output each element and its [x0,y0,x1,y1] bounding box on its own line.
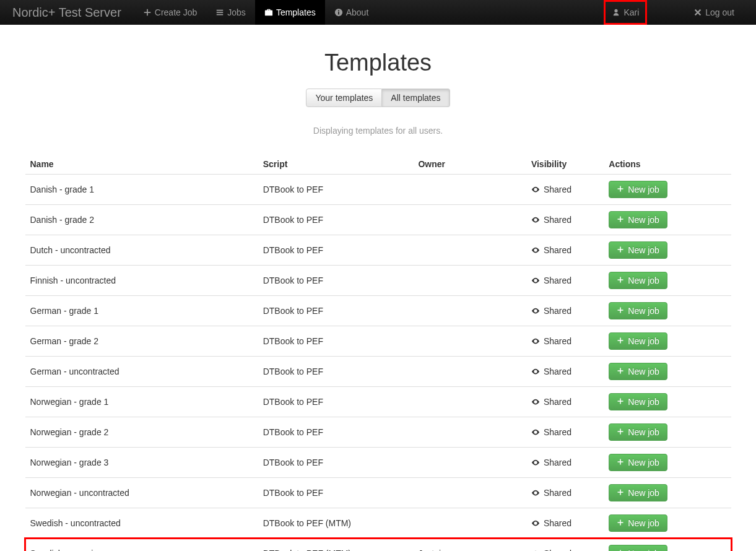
nav-create-job[interactable]: Create Job [134,0,206,25]
new-job-label: New job [628,306,659,316]
table-row: Dutch - uncontractedDTBook to PEFSharedN… [25,235,731,266]
new-job-button[interactable]: New job [609,272,667,289]
new-job-button[interactable]: New job [609,332,667,350]
cell-actions: New job [604,205,731,235]
new-job-label: New job [628,184,659,194]
cell-visibility: Shared [526,448,604,478]
new-job-button[interactable]: New job [609,393,667,410]
plus-icon [617,488,625,497]
cell-script: DTBook to PEF [258,357,414,387]
cell-visibility: Shared [526,387,604,417]
tab-your-templates[interactable]: Your templates [306,89,382,107]
new-job-label: New job [628,276,659,285]
table-row: German - grade 1DTBook to PEFSharedNew j… [25,296,731,326]
cell-visibility: Shared [526,508,604,539]
table-row: Norwegian - grade 2DTBook to PEFSharedNe… [25,417,731,448]
visibility-label: Shared [544,336,571,346]
new-job-label: New job [628,549,659,551]
table-row: Finnish - uncontractedDTBook to PEFShare… [25,266,731,296]
user-icon [612,8,620,17]
table-row: Swedish magazinesDTBook to PEF (MTM)Jost… [25,539,731,552]
cell-script: DTBook to PEF [258,417,414,448]
brand[interactable]: Nordic+ Test Server [12,0,134,25]
cell-actions: New job [604,508,731,539]
new-job-label: New job [628,488,659,498]
plus-icon [617,185,625,194]
cell-visibility: Shared [526,175,604,205]
new-job-label: New job [628,518,659,528]
cell-name: Swedish - uncontracted [25,508,258,539]
cell-visibility: Shared [526,478,604,508]
plus-icon [617,306,625,315]
visibility-label: Shared [544,427,571,437]
new-job-button[interactable]: New job [609,181,667,198]
table-row: Norwegian - grade 3DTBook to PEFSharedNe… [25,448,731,478]
new-job-button[interactable]: New job [609,545,667,551]
cell-name: Norwegian - grade 1 [25,387,258,417]
cell-owner [413,175,526,205]
new-job-button[interactable]: New job [609,423,667,441]
cell-visibility: Shared [526,296,604,326]
eye-icon [531,428,540,436]
info-icon [334,8,343,17]
template-filter-toggle: Your templates All templates [25,89,731,107]
plus-icon [617,428,625,436]
eye-icon [531,246,540,254]
tab-all-templates[interactable]: All templates [382,89,450,107]
cell-script: DTBook to PEF [258,175,414,205]
cell-owner [413,508,526,539]
navbar: Nordic+ Test Server Create Job Jobs Temp… [0,0,756,25]
nav-jobs-label: Jobs [227,7,246,17]
new-job-button[interactable]: New job [609,363,667,380]
cell-owner [413,326,526,357]
table-row: Norwegian - uncontractedDTBook to PEFSha… [25,478,731,508]
table-header-row: Name Script Owner Visibility Actions [25,154,731,175]
nav-about[interactable]: About [325,0,378,25]
visibility-label: Shared [544,184,571,194]
visibility-label: Shared [544,488,571,498]
plus-icon [617,246,625,254]
table-row: Norwegian - grade 1DTBook to PEFSharedNe… [25,387,731,417]
nav-jobs[interactable]: Jobs [206,0,255,25]
new-job-label: New job [628,367,659,376]
new-job-button[interactable]: New job [609,484,667,501]
new-job-label: New job [628,215,659,225]
nav-templates[interactable]: Templates [255,0,325,25]
visibility-label: Shared [544,549,571,551]
cell-actions: New job [604,175,731,205]
cell-owner [413,266,526,296]
cell-owner [413,296,526,326]
nav-left: Create Job Jobs Templates About [134,0,378,25]
new-job-button[interactable]: New job [609,514,667,532]
nav-user[interactable]: Kari [604,0,647,25]
main-container: Templates Your templates All templates D… [16,50,741,551]
cell-name: German - grade 1 [25,296,258,326]
cell-owner [413,478,526,508]
cell-script: DTBook to PEF (MTM) [258,508,414,539]
plus-icon [143,8,152,17]
cell-actions: New job [604,539,731,552]
eye-icon [531,367,540,376]
new-job-button[interactable]: New job [609,454,667,471]
briefcase-icon [264,8,273,17]
cell-visibility: Shared [526,539,604,552]
cell-actions: New job [604,326,731,357]
visibility-label: Shared [544,245,571,255]
table-row: Danish - grade 2DTBook to PEFSharedNew j… [25,205,731,235]
cell-name: Dutch - uncontracted [25,235,258,266]
cell-name: German - uncontracted [25,357,258,387]
cell-owner: Jostein [413,539,526,552]
cell-owner [413,357,526,387]
visibility-label: Shared [544,518,571,528]
cell-owner [413,235,526,266]
cell-visibility: Shared [526,357,604,387]
new-job-button[interactable]: New job [609,302,667,319]
new-job-button[interactable]: New job [609,211,667,228]
cell-owner [413,387,526,417]
nav-logout[interactable]: Log out [684,0,744,25]
visibility-label: Shared [544,458,571,467]
nav-user-label: Kari [623,7,639,17]
cell-actions: New job [604,417,731,448]
new-job-button[interactable]: New job [609,241,667,259]
cell-script: DTBook to PEF [258,235,414,266]
